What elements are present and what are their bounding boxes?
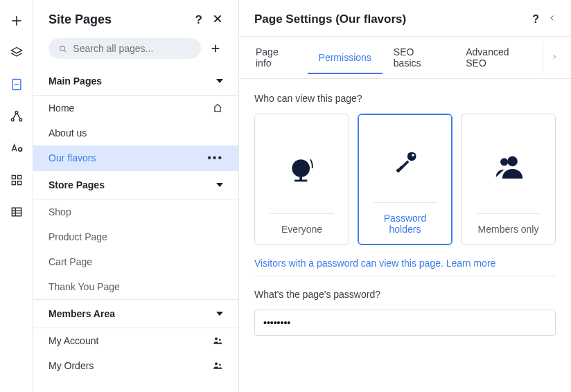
help-icon[interactable]: ? (532, 13, 539, 26)
members-silhouette-icon (493, 123, 524, 213)
svg-point-5 (15, 111, 18, 114)
svg-rect-13 (12, 175, 15, 179)
tabs-scroll-right[interactable] (543, 42, 565, 73)
search-input[interactable] (73, 43, 191, 54)
option-label: Everyone (270, 213, 334, 235)
kebab-icon[interactable]: ••• (207, 152, 223, 163)
page-item-shop[interactable]: Shop (33, 199, 238, 224)
caret-down-icon (216, 79, 223, 83)
option-everyone[interactable]: Everyone (254, 114, 349, 245)
svg-line-8 (13, 114, 16, 119)
svg-rect-16 (17, 181, 21, 185)
apps-icon[interactable] (8, 172, 25, 188)
svg-rect-14 (17, 175, 21, 179)
help-icon[interactable]: ? (195, 13, 202, 27)
option-label: Members only (477, 213, 541, 235)
page-label: My Account (49, 335, 98, 346)
tab-permissions[interactable]: Permissions (308, 42, 383, 74)
page-item-my-account[interactable]: My Account (33, 328, 238, 353)
svg-point-30 (219, 364, 221, 366)
add-page-button[interactable] (208, 41, 223, 56)
permission-options: Everyone Password holders Members only (254, 114, 556, 245)
svg-point-6 (11, 118, 14, 121)
page-item-my-orders[interactable]: My Orders (33, 353, 238, 378)
tab-page-info[interactable]: Page info (245, 37, 308, 78)
svg-point-28 (219, 339, 221, 341)
page-password-input[interactable] (254, 310, 556, 336)
members-icon (212, 360, 223, 371)
svg-marker-2 (11, 48, 21, 53)
who-can-view-label: Who can view this page? (254, 93, 556, 104)
svg-point-35 (412, 154, 414, 157)
svg-point-39 (507, 156, 518, 166)
home-icon (212, 103, 223, 114)
page-item-product[interactable]: Product Page (33, 224, 238, 249)
page-settings-title: Page Settings (Our flavors) (254, 12, 406, 26)
connections-icon[interactable] (8, 108, 25, 125)
search-icon (58, 44, 67, 54)
layers-icon[interactable] (8, 44, 25, 61)
svg-line-9 (17, 114, 19, 119)
section-label: Store Pages (49, 179, 105, 190)
svg-rect-17 (12, 208, 21, 216)
page-item-our-flavors[interactable]: Our flavors ••• (33, 145, 238, 170)
page-label: Product Page (49, 231, 107, 242)
svg-point-23 (60, 46, 65, 51)
page-item-thankyou[interactable]: Thank You Page (33, 274, 238, 299)
caret-down-icon (216, 312, 223, 316)
collapse-panel-icon[interactable] (549, 13, 556, 26)
option-label: Password holders (374, 202, 437, 235)
svg-point-40 (500, 158, 508, 166)
page-label: Cart Page (49, 256, 92, 267)
divider (254, 276, 556, 276)
globe-icon (287, 123, 317, 213)
svg-point-29 (215, 362, 218, 365)
page-label: My Orders (49, 360, 94, 371)
page-label: Our flavors (49, 152, 96, 163)
caret-down-icon (216, 183, 223, 187)
page-item-home[interactable]: Home (33, 96, 238, 121)
site-pages-title: Site Pages (49, 12, 112, 27)
section-label: Members Area (49, 308, 115, 319)
page-label: Home (49, 103, 74, 114)
option-members-only[interactable]: Members only (461, 114, 556, 245)
search-input-wrap[interactable] (49, 38, 201, 59)
svg-rect-33 (295, 179, 307, 181)
learn-more-link[interactable]: Learn more (446, 258, 496, 269)
close-icon[interactable] (212, 13, 223, 27)
plus-icon[interactable] (8, 12, 25, 29)
members-icon (212, 335, 223, 346)
option-password-holders[interactable]: Password holders (358, 114, 453, 245)
svg-point-11 (18, 148, 21, 151)
svg-point-34 (407, 152, 416, 161)
svg-line-24 (64, 50, 66, 51)
permission-description: Visitors with a password can view this p… (254, 258, 556, 269)
settings-tabs: Page info Permissions SEO basics Advance… (239, 36, 571, 79)
data-icon[interactable] (8, 204, 25, 220)
page-item-about[interactable]: About us (33, 121, 238, 145)
page-label: Thank You Page (49, 281, 120, 292)
section-main-pages[interactable]: Main Pages (33, 67, 238, 96)
svg-point-31 (292, 159, 310, 177)
tool-rail (0, 0, 33, 392)
page-label: Shop (49, 206, 71, 217)
tab-seo-basics[interactable]: SEO basics (383, 37, 455, 78)
svg-point-7 (19, 118, 22, 121)
svg-rect-15 (12, 181, 15, 185)
site-pages-panel: Site Pages ? Main Pages Home (33, 0, 238, 392)
section-members-area[interactable]: Members Area (33, 299, 238, 328)
page-settings-panel: Page Settings (Our flavors) ? Page info … (238, 0, 571, 392)
key-icon (390, 123, 421, 202)
tab-advanced-seo[interactable]: Advanced SEO (455, 37, 543, 78)
page-item-cart[interactable]: Cart Page (33, 249, 238, 274)
section-label: Main Pages (49, 75, 102, 87)
section-store-pages[interactable]: Store Pages (33, 170, 238, 199)
svg-point-27 (215, 337, 218, 340)
page-label: About us (49, 127, 87, 139)
password-question-label: What's the page's password? (254, 289, 556, 300)
typography-icon[interactable] (8, 140, 25, 157)
page-icon[interactable] (8, 76, 25, 93)
